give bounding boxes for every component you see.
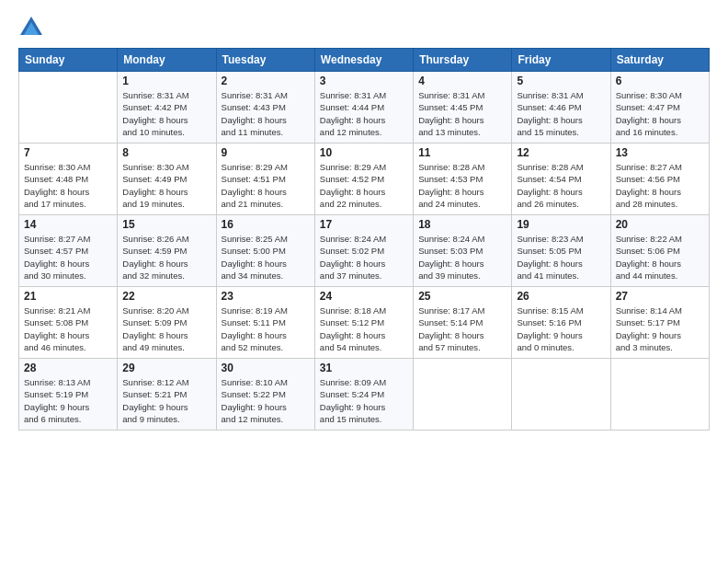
day-cell: 15Sunrise: 8:26 AM Sunset: 4:59 PM Dayli…: [118, 215, 216, 287]
col-header-monday: Monday: [118, 49, 216, 72]
day-number: 28: [24, 362, 112, 374]
day-cell: 20Sunrise: 8:22 AM Sunset: 5:06 PM Dayli…: [610, 215, 709, 287]
day-info: Sunrise: 8:29 AM Sunset: 4:51 PM Dayligh…: [222, 161, 310, 210]
header-row: [18, 15, 710, 40]
day-info: Sunrise: 8:10 AM Sunset: 5:22 PM Dayligh…: [222, 376, 310, 425]
day-cell: [19, 72, 118, 144]
col-header-friday: Friday: [512, 49, 610, 72]
day-cell: 25Sunrise: 8:17 AM Sunset: 5:14 PM Dayli…: [414, 287, 512, 359]
day-number: 29: [122, 362, 210, 374]
day-number: 15: [122, 218, 210, 231]
day-info: Sunrise: 8:20 AM Sunset: 5:09 PM Dayligh…: [122, 304, 210, 353]
day-number: 30: [222, 362, 310, 374]
day-number: 12: [517, 146, 605, 159]
day-cell: 30Sunrise: 8:10 AM Sunset: 5:22 PM Dayli…: [216, 359, 314, 431]
day-info: Sunrise: 8:26 AM Sunset: 4:59 PM Dayligh…: [122, 233, 210, 282]
day-cell: 5Sunrise: 8:31 AM Sunset: 4:46 PM Daylig…: [512, 72, 610, 144]
day-info: Sunrise: 8:30 AM Sunset: 4:47 PM Dayligh…: [616, 89, 704, 138]
day-number: 25: [418, 290, 506, 303]
day-info: Sunrise: 8:31 AM Sunset: 4:42 PM Dayligh…: [122, 89, 210, 138]
day-cell: 13Sunrise: 8:27 AM Sunset: 4:56 PM Dayli…: [610, 144, 709, 215]
week-row-4: 21Sunrise: 8:21 AM Sunset: 5:08 PM Dayli…: [19, 287, 710, 359]
day-info: Sunrise: 8:27 AM Sunset: 4:57 PM Dayligh…: [24, 233, 112, 282]
day-info: Sunrise: 8:19 AM Sunset: 5:11 PM Dayligh…: [222, 304, 310, 353]
day-info: Sunrise: 8:31 AM Sunset: 4:46 PM Dayligh…: [517, 89, 605, 138]
day-number: 27: [616, 290, 704, 303]
day-info: Sunrise: 8:09 AM Sunset: 5:24 PM Dayligh…: [320, 376, 408, 425]
day-cell: 2Sunrise: 8:31 AM Sunset: 4:43 PM Daylig…: [216, 72, 314, 144]
day-info: Sunrise: 8:30 AM Sunset: 4:49 PM Dayligh…: [122, 161, 210, 210]
day-number: 4: [418, 75, 506, 87]
day-cell: 22Sunrise: 8:20 AM Sunset: 5:09 PM Dayli…: [118, 287, 216, 359]
day-info: Sunrise: 8:28 AM Sunset: 4:54 PM Dayligh…: [517, 161, 605, 210]
day-cell: 19Sunrise: 8:23 AM Sunset: 5:05 PM Dayli…: [512, 215, 610, 287]
day-number: 22: [122, 290, 210, 303]
day-cell: 28Sunrise: 8:13 AM Sunset: 5:19 PM Dayli…: [19, 359, 118, 431]
day-info: Sunrise: 8:24 AM Sunset: 5:03 PM Dayligh…: [418, 233, 506, 282]
calendar-container: SundayMondayTuesdayWednesdayThursdayFrid…: [0, 0, 728, 440]
day-info: Sunrise: 8:13 AM Sunset: 5:19 PM Dayligh…: [24, 376, 112, 425]
col-header-saturday: Saturday: [610, 49, 709, 72]
day-cell: [414, 359, 512, 431]
col-header-sunday: Sunday: [19, 49, 118, 72]
col-header-wednesday: Wednesday: [314, 49, 413, 72]
day-number: 10: [320, 146, 408, 159]
day-info: Sunrise: 8:29 AM Sunset: 4:52 PM Dayligh…: [320, 161, 408, 210]
day-number: 26: [517, 290, 605, 303]
logo-icon: [18, 15, 44, 40]
day-cell: 17Sunrise: 8:24 AM Sunset: 5:02 PM Dayli…: [314, 215, 413, 287]
day-info: Sunrise: 8:27 AM Sunset: 4:56 PM Dayligh…: [616, 161, 704, 210]
day-cell: 23Sunrise: 8:19 AM Sunset: 5:11 PM Dayli…: [216, 287, 314, 359]
col-header-thursday: Thursday: [414, 49, 512, 72]
day-number: 13: [616, 146, 704, 159]
day-info: Sunrise: 8:17 AM Sunset: 5:14 PM Dayligh…: [418, 304, 506, 353]
day-cell: 7Sunrise: 8:30 AM Sunset: 4:48 PM Daylig…: [19, 144, 118, 215]
day-number: 23: [222, 290, 310, 303]
day-cell: 8Sunrise: 8:30 AM Sunset: 4:49 PM Daylig…: [118, 144, 216, 215]
day-number: 1: [122, 75, 210, 87]
day-number: 16: [222, 218, 310, 231]
logo: [18, 15, 48, 40]
day-cell: 24Sunrise: 8:18 AM Sunset: 5:12 PM Dayli…: [314, 287, 413, 359]
day-info: Sunrise: 8:24 AM Sunset: 5:02 PM Dayligh…: [320, 233, 408, 282]
day-number: 31: [320, 362, 408, 374]
day-info: Sunrise: 8:30 AM Sunset: 4:48 PM Dayligh…: [24, 161, 112, 210]
day-info: Sunrise: 8:25 AM Sunset: 5:00 PM Dayligh…: [222, 233, 310, 282]
day-info: Sunrise: 8:23 AM Sunset: 5:05 PM Dayligh…: [517, 233, 605, 282]
day-cell: 10Sunrise: 8:29 AM Sunset: 4:52 PM Dayli…: [314, 144, 413, 215]
calendar-table: SundayMondayTuesdayWednesdayThursdayFrid…: [18, 48, 710, 431]
day-info: Sunrise: 8:31 AM Sunset: 4:45 PM Dayligh…: [418, 89, 506, 138]
week-row-5: 28Sunrise: 8:13 AM Sunset: 5:19 PM Dayli…: [19, 359, 710, 431]
day-cell: 27Sunrise: 8:14 AM Sunset: 5:17 PM Dayli…: [610, 287, 709, 359]
day-cell: 21Sunrise: 8:21 AM Sunset: 5:08 PM Dayli…: [19, 287, 118, 359]
day-cell: 9Sunrise: 8:29 AM Sunset: 4:51 PM Daylig…: [216, 144, 314, 215]
day-cell: 1Sunrise: 8:31 AM Sunset: 4:42 PM Daylig…: [118, 72, 216, 144]
day-info: Sunrise: 8:31 AM Sunset: 4:43 PM Dayligh…: [222, 89, 310, 138]
day-cell: 26Sunrise: 8:15 AM Sunset: 5:16 PM Dayli…: [512, 287, 610, 359]
day-cell: 31Sunrise: 8:09 AM Sunset: 5:24 PM Dayli…: [314, 359, 413, 431]
day-number: 5: [517, 75, 605, 87]
day-number: 19: [517, 218, 605, 231]
day-cell: [610, 359, 709, 431]
day-info: Sunrise: 8:12 AM Sunset: 5:21 PM Dayligh…: [122, 376, 210, 425]
day-info: Sunrise: 8:28 AM Sunset: 4:53 PM Dayligh…: [418, 161, 506, 210]
day-number: 2: [222, 75, 310, 87]
day-number: 21: [24, 290, 112, 303]
week-row-3: 14Sunrise: 8:27 AM Sunset: 4:57 PM Dayli…: [19, 215, 710, 287]
day-number: 7: [24, 146, 112, 159]
day-number: 18: [418, 218, 506, 231]
day-cell: [512, 359, 610, 431]
day-number: 8: [122, 146, 210, 159]
day-cell: 6Sunrise: 8:30 AM Sunset: 4:47 PM Daylig…: [610, 72, 709, 144]
week-row-2: 7Sunrise: 8:30 AM Sunset: 4:48 PM Daylig…: [19, 144, 710, 215]
day-cell: 11Sunrise: 8:28 AM Sunset: 4:53 PM Dayli…: [414, 144, 512, 215]
day-number: 24: [320, 290, 408, 303]
day-cell: 16Sunrise: 8:25 AM Sunset: 5:00 PM Dayli…: [216, 215, 314, 287]
day-cell: 29Sunrise: 8:12 AM Sunset: 5:21 PM Dayli…: [118, 359, 216, 431]
day-number: 6: [616, 75, 704, 87]
day-number: 14: [24, 218, 112, 231]
day-info: Sunrise: 8:18 AM Sunset: 5:12 PM Dayligh…: [320, 304, 408, 353]
day-cell: 4Sunrise: 8:31 AM Sunset: 4:45 PM Daylig…: [414, 72, 512, 144]
day-number: 17: [320, 218, 408, 231]
header-row-days: SundayMondayTuesdayWednesdayThursdayFrid…: [19, 49, 710, 72]
